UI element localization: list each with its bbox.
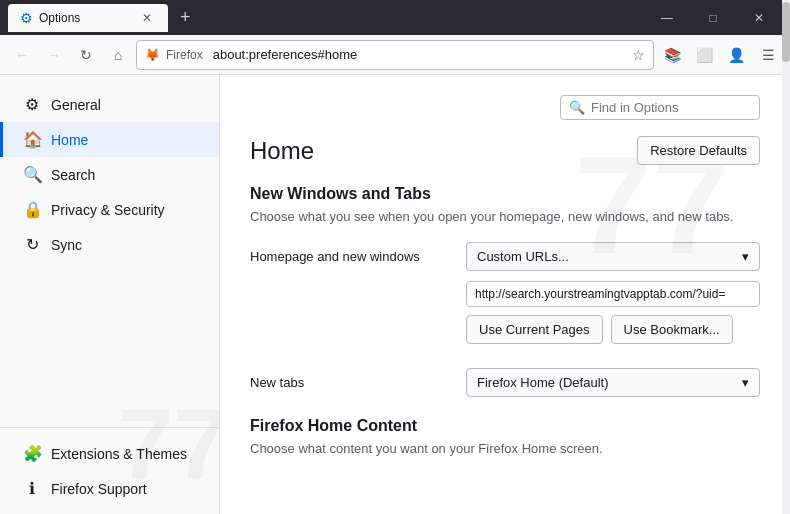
section2-title: Firefox Home Content <box>250 417 760 435</box>
find-options-input[interactable] <box>591 100 751 115</box>
newtabs-controls: Firefox Home (Default) ▾ <box>466 368 760 397</box>
home-icon: 🏠 <box>23 130 41 149</box>
section2-desc: Choose what content you want on your Fir… <box>250 441 760 456</box>
sidebar-label-support: Firefox Support <box>51 481 147 497</box>
back-button[interactable]: ← <box>8 41 36 69</box>
forward-button[interactable]: → <box>40 41 68 69</box>
tab-icon: ⚙ <box>20 10 33 26</box>
homepage-dropdown[interactable]: Custom URLs... ▾ <box>466 242 760 271</box>
synced-tabs-icon[interactable]: ⬜ <box>690 41 718 69</box>
section-new-windows: New Windows and Tabs Choose what you see… <box>250 185 760 224</box>
homepage-controls: Custom URLs... ▾ <box>466 242 760 271</box>
extensions-icon: 🧩 <box>23 444 41 463</box>
content-area: 77 🔍 Home Restore Defaults New Windows a… <box>220 75 790 514</box>
url-input-wrapper: Use Current Pages Use Bookmark... <box>466 281 760 360</box>
sidebar-label-sync: Sync <box>51 237 82 253</box>
sidebar-label-home: Home <box>51 132 88 148</box>
url-input[interactable] <box>466 281 760 307</box>
homepage-label: Homepage and new windows <box>250 249 450 264</box>
find-options-input-wrapper[interactable]: 🔍 <box>560 95 760 120</box>
new-tab-button[interactable]: + <box>174 5 197 30</box>
title-bar: ⚙ Options ✕ + — □ ✕ <box>0 0 790 35</box>
newtabs-dropdown[interactable]: Firefox Home (Default) ▾ <box>466 368 760 397</box>
menu-icon[interactable]: ☰ <box>754 41 782 69</box>
newtabs-dropdown-value: Firefox Home (Default) <box>477 375 608 390</box>
support-icon: ℹ <box>23 479 41 498</box>
sidebar-label-search: Search <box>51 167 95 183</box>
url-row: Use Current Pages Use Bookmark... <box>250 281 760 360</box>
search-icon: 🔍 <box>23 165 41 184</box>
nav-bar: ← → ↻ ⌂ 🦊 Firefox about:preferences#home… <box>0 35 790 75</box>
sidebar-label-extensions: Extensions & Themes <box>51 446 187 462</box>
sidebar-item-search[interactable]: 🔍 Search <box>0 157 219 192</box>
refresh-button[interactable]: ↻ <box>72 41 100 69</box>
use-bookmark-button[interactable]: Use Bookmark... <box>611 315 733 344</box>
address-text[interactable]: about:preferences#home <box>213 47 626 62</box>
nav-right-icons: 📚 ⬜ 👤 ☰ <box>658 41 782 69</box>
find-search-icon: 🔍 <box>569 100 585 115</box>
sidebar-label-privacy: Privacy & Security <box>51 202 165 218</box>
privacy-icon: 🔒 <box>23 200 41 219</box>
home-button[interactable]: ⌂ <box>104 41 132 69</box>
sidebar-item-privacy[interactable]: 🔒 Privacy & Security <box>0 192 219 227</box>
sidebar-label-general: General <box>51 97 101 113</box>
page-header: Home Restore Defaults <box>250 136 760 165</box>
window-controls: — □ ✕ <box>644 0 782 35</box>
address-bar[interactable]: 🦊 Firefox about:preferences#home ☆ <box>136 40 654 70</box>
maximize-button[interactable]: □ <box>690 0 736 35</box>
newtabs-setting-row: New tabs Firefox Home (Default) ▾ <box>250 368 760 397</box>
address-label: Firefox <box>166 48 203 62</box>
section1-desc: Choose what you see when you open your h… <box>250 209 760 224</box>
find-options-bar: 🔍 <box>250 95 760 120</box>
sidebar-item-support[interactable]: ℹ Firefox Support <box>0 471 219 506</box>
sidebar-item-home[interactable]: 🏠 Home <box>0 122 219 157</box>
page-title: Home <box>250 137 314 165</box>
url-label-spacer <box>250 281 450 360</box>
scrollbar[interactable] <box>782 0 790 514</box>
scrollbar-thumb[interactable] <box>782 2 790 62</box>
active-tab[interactable]: ⚙ Options ✕ <box>8 4 168 32</box>
tab-strip: ⚙ Options ✕ + <box>8 4 636 32</box>
sidebar-item-sync[interactable]: ↻ Sync <box>0 227 219 262</box>
minimize-button[interactable]: — <box>644 0 690 35</box>
restore-defaults-button[interactable]: Restore Defaults <box>637 136 760 165</box>
close-button[interactable]: ✕ <box>736 0 782 35</box>
newtabs-chevron-icon: ▾ <box>742 375 749 390</box>
account-icon[interactable]: 👤 <box>722 41 750 69</box>
sidebar-divider <box>0 427 219 428</box>
tab-close-button[interactable]: ✕ <box>138 9 156 27</box>
newtabs-label: New tabs <box>250 375 450 390</box>
tab-title: Options <box>39 11 80 25</box>
main-layout: ⚙ General 🏠 Home 🔍 Search 🔒 Privacy & Se… <box>0 75 790 514</box>
url-buttons: Use Current Pages Use Bookmark... <box>466 315 760 344</box>
section-home-content: Firefox Home Content Choose what content… <box>250 417 760 456</box>
chevron-down-icon: ▾ <box>742 249 749 264</box>
homepage-setting-row: Homepage and new windows Custom URLs... … <box>250 242 760 271</box>
homepage-dropdown-value: Custom URLs... <box>477 249 569 264</box>
browser-icon: 🦊 <box>145 48 160 62</box>
sync-icon: ↻ <box>23 235 41 254</box>
general-icon: ⚙ <box>23 95 41 114</box>
use-current-pages-button[interactable]: Use Current Pages <box>466 315 603 344</box>
sidebar-item-extensions[interactable]: 🧩 Extensions & Themes <box>0 436 219 471</box>
library-icon[interactable]: 📚 <box>658 41 686 69</box>
bookmark-icon[interactable]: ☆ <box>632 47 645 63</box>
section1-title: New Windows and Tabs <box>250 185 760 203</box>
sidebar-bottom: 🧩 Extensions & Themes ℹ Firefox Support <box>0 419 219 514</box>
sidebar: ⚙ General 🏠 Home 🔍 Search 🔒 Privacy & Se… <box>0 75 220 514</box>
sidebar-item-general[interactable]: ⚙ General <box>0 87 219 122</box>
